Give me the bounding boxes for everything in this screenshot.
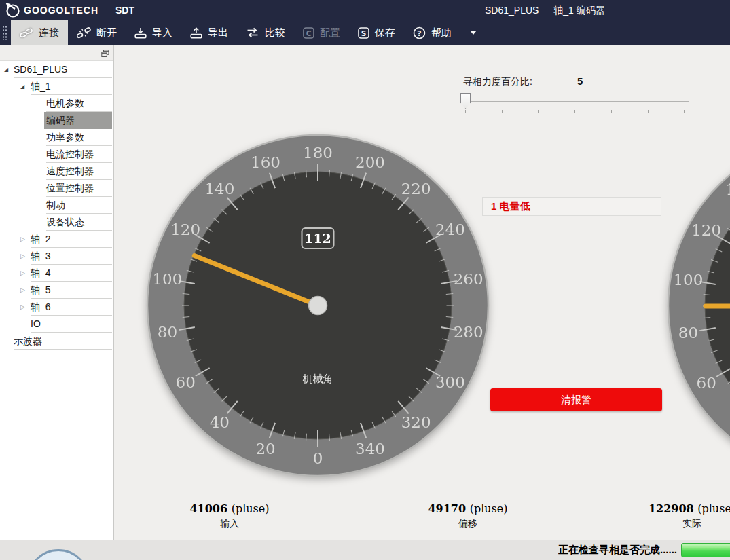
gauge-tick-label: 200 xyxy=(355,153,385,171)
gauge-tick-label: 80 xyxy=(678,324,698,341)
sidebar-item-axis-1[interactable]: ◢轴_1 xyxy=(0,78,113,95)
gauge-tick-label: 260 xyxy=(454,270,483,288)
compare-button[interactable]: 比较 xyxy=(237,20,294,45)
expand-icon[interactable]: ▷ xyxy=(20,282,25,299)
expand-icon[interactable]: ▷ xyxy=(20,231,25,248)
tree-item-label: 位置控制器 xyxy=(46,180,94,197)
sidebar-item-axis-5[interactable]: ▷轴_5 xyxy=(0,282,113,299)
import-button[interactable]: 导入 xyxy=(126,20,181,45)
gauge-tick-label: 140 xyxy=(204,180,234,198)
gauge-tick-label: 340 xyxy=(355,440,385,458)
context-page: 轴_1 编码器 xyxy=(553,5,604,16)
float-panel-icon[interactable] xyxy=(101,48,109,60)
toolbar-button-label: 连接 xyxy=(39,26,59,39)
context-device: SD61_PLUS xyxy=(485,5,539,16)
export-button[interactable]: 导出 xyxy=(181,20,237,45)
gauge-tick-label: 40 xyxy=(210,413,230,431)
sidebar-item-axis-4[interactable]: ▷轴_4 xyxy=(0,265,113,282)
gauge-tick-label: 120 xyxy=(170,221,200,238)
readout-value: 41006 (pluse) xyxy=(148,502,311,515)
readout-0: 41006 (pluse)输入 xyxy=(148,502,311,530)
statusbar: 正在检查寻相是否完成...... xyxy=(0,540,730,560)
right-partial-gauge: 0204060801001201401601802002202402602803… xyxy=(662,130,730,483)
gauge-tick-label: 160 xyxy=(251,153,280,171)
gauge-tick-label: 80 xyxy=(158,323,177,341)
navigation-tree: ◢SD61_PLUS◢轴_1电机参数编码器功率参数电流控制器速度控制器位置控制器… xyxy=(0,61,113,540)
sidebar-item-motor-params[interactable]: 电机参数 xyxy=(0,95,113,112)
gauge-tick-label: 320 xyxy=(401,413,431,431)
config-letter-icon: C xyxy=(303,27,314,39)
connect-button[interactable]: 连接 xyxy=(11,20,68,45)
gauge-tick-label: 60 xyxy=(697,374,716,392)
tree-item-label: 速度控制器 xyxy=(46,163,94,180)
slider-tick-mark xyxy=(502,110,503,113)
titlebar-context: SD61_PLUS 轴_1 编码器 xyxy=(485,5,605,17)
app-window: GOOGOLTECH SDT SD61_PLUS 轴_1 编码器 连接断开导入导… xyxy=(0,0,730,560)
sidebar-item-power-params[interactable]: 功率参数 xyxy=(0,129,113,146)
tree-item-label: 轴_1 xyxy=(31,78,51,95)
gauge-tick-label: 60 xyxy=(176,373,196,391)
sidebar-item-position-controller[interactable]: 位置控制器 xyxy=(0,180,113,197)
toolbar-overflow-button[interactable] xyxy=(460,20,486,45)
tree-item-label: 功率参数 xyxy=(46,129,84,146)
expand-icon[interactable]: ▷ xyxy=(20,299,25,316)
sidebar-item-brake[interactable]: 制动 xyxy=(0,197,113,214)
tree-item-label: 轴_3 xyxy=(31,248,51,265)
gauge-tick-label: 280 xyxy=(454,323,483,341)
svg-text:S: S xyxy=(361,29,367,37)
tree-item-label: 电机参数 xyxy=(46,95,84,112)
toolbar-grip-handle[interactable] xyxy=(2,25,7,40)
sidebar-item-oscilloscope[interactable]: 示波器 xyxy=(0,333,113,350)
config-button[interactable]: C配置 xyxy=(294,20,349,45)
gauge-tick-label: 0 xyxy=(313,449,323,467)
googoltech-logo-icon xyxy=(4,2,20,18)
chevron-down-icon xyxy=(469,29,477,36)
export-icon xyxy=(190,27,202,39)
readout-label: 实际 xyxy=(610,518,730,530)
sidebar-item-io[interactable]: IO xyxy=(0,316,113,333)
help-button[interactable]: ?帮助 xyxy=(404,20,460,45)
readout-value: 49170 (pluse) xyxy=(386,502,549,515)
svg-text:C: C xyxy=(306,29,312,37)
gauge-hub xyxy=(309,297,327,315)
gauge-tick-label: 100 xyxy=(152,270,182,288)
sidebar-item-axis-6[interactable]: ▷轴_6 xyxy=(0,299,113,316)
phase-strength-slider-thumb[interactable] xyxy=(460,93,471,109)
toolbar-button-label: 配置 xyxy=(320,26,340,39)
expand-icon[interactable]: ▷ xyxy=(20,248,25,265)
slider-tick-mark xyxy=(574,110,575,113)
collapse-icon[interactable]: ◢ xyxy=(4,61,8,78)
sidebar-item-device-status[interactable]: 设备状态 xyxy=(0,214,113,231)
toolbar: 连接断开导入导出比较C配置S保存?帮助 xyxy=(0,20,730,45)
sidebar-item-current-controller[interactable]: 电流控制器 xyxy=(0,146,113,163)
readout-1: 49170 (pluse)偏移 xyxy=(386,502,549,530)
sidebar-item-speed-controller[interactable]: 速度控制器 xyxy=(0,163,113,180)
broken-link-icon xyxy=(77,26,91,39)
sidebar-item-axis-2[interactable]: ▷轴_2 xyxy=(0,231,113,248)
tree-item-label: 电流控制器 xyxy=(46,146,94,163)
save-button[interactable]: S保存 xyxy=(349,20,404,45)
status-logo-arc xyxy=(27,549,90,560)
tree-item-label: 制动 xyxy=(46,197,65,214)
expand-icon[interactable]: ▷ xyxy=(20,265,25,282)
progress-bar xyxy=(681,543,730,557)
clear-alarm-button[interactable]: 清报警 xyxy=(490,388,662,411)
brand-text: GOOGOLTECH xyxy=(24,5,98,16)
phase-strength-label: 寻相力度百分比: xyxy=(463,76,532,88)
collapse-icon[interactable]: ◢ xyxy=(20,78,24,95)
disconnect-button[interactable]: 断开 xyxy=(68,20,126,45)
save-letter-icon: S xyxy=(358,27,369,39)
sidebar-item-axis-3[interactable]: ▷轴_3 xyxy=(0,248,113,265)
readout-label: 输入 xyxy=(148,518,311,530)
sidebar-item-encoder[interactable]: 编码器 xyxy=(0,112,113,129)
slider-tick-mark xyxy=(648,110,649,113)
phase-strength-slider-track[interactable] xyxy=(464,101,689,102)
tree-item-label: 轴_6 xyxy=(31,299,51,316)
tree-item-label: IO xyxy=(31,316,41,333)
tree-item-label: 示波器 xyxy=(14,333,42,350)
gauge-title: 机械角 xyxy=(303,373,333,384)
sidebar-item-sd61-plus[interactable]: ◢SD61_PLUS xyxy=(0,61,113,78)
alarm-list: 1 电量低 xyxy=(482,197,661,216)
gauge-tick-label: 300 xyxy=(435,373,465,391)
alarm-item[interactable]: 1 电量低 xyxy=(491,198,530,215)
